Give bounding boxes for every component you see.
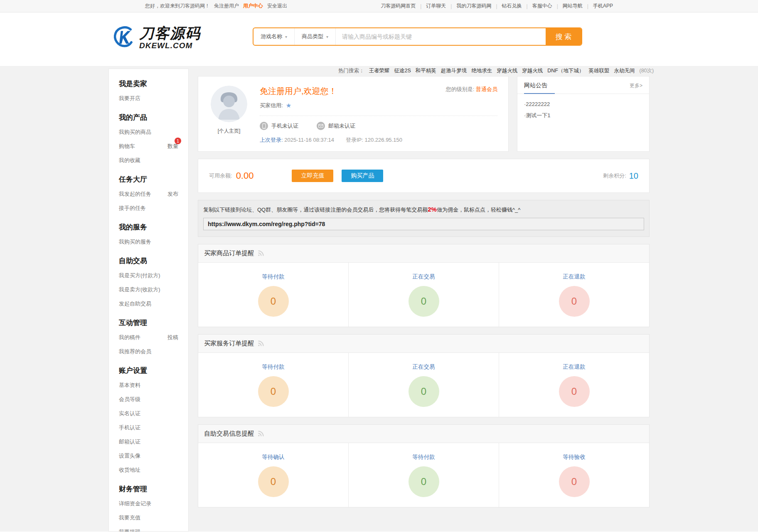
sidebar-item[interactable]: 我要充值 <box>119 511 178 525</box>
topbar-link[interactable]: 订单聊天 <box>426 2 446 10</box>
sidebar-item[interactable]: 发起自助交易 <box>119 297 178 311</box>
sidebar-item[interactable]: 详细资金记录 <box>119 497 178 511</box>
announcement-more-link[interactable]: 更多> <box>630 82 642 89</box>
sidebar-item-label[interactable]: 我发起的任务 <box>119 190 151 198</box>
last-login-label[interactable]: 上次登录: <box>260 137 283 143</box>
hot-search-term[interactable]: 王者荣耀 <box>369 67 390 74</box>
sidebar-item-label[interactable]: 我要开店 <box>119 95 140 102</box>
order-status-link[interactable]: 正在交易 <box>413 273 435 281</box>
sidebar-item-label[interactable]: 会员等级 <box>119 396 140 403</box>
sidebar-item[interactable]: 我是买方(付款方) <box>119 268 178 283</box>
sidebar-item-label[interactable]: 我是买方(付款方) <box>119 272 160 279</box>
announcement-panel: 网站公告 更多> ·22222222·测试一下1 <box>517 76 650 152</box>
sidebar-item[interactable]: 邮箱认证 <box>119 435 178 449</box>
sidebar-item[interactable]: 购物车数量1 <box>119 139 178 153</box>
topbar-link[interactable]: 我的刀客源码网 <box>456 2 491 10</box>
order-status-link[interactable]: 等待付款 <box>262 363 285 371</box>
hot-search-term[interactable]: 穿越火线 <box>522 67 543 74</box>
hot-search-term[interactable]: 绝地求生 <box>471 67 492 74</box>
sidebar-item-label[interactable]: 基本资料 <box>119 382 140 389</box>
user-center-link[interactable]: 用户中心 <box>243 2 263 10</box>
sidebar-item-extra[interactable]: 投稿 <box>167 334 178 341</box>
sidebar-item-label[interactable]: 手机认证 <box>119 424 140 431</box>
order-column: 等待验收0 <box>499 443 649 507</box>
sidebar-item[interactable]: 我是卖方(收款方) <box>119 283 178 297</box>
sidebar-item[interactable]: 我的稿件投稿 <box>119 330 178 345</box>
announcement-item[interactable]: ·22222222 <box>524 99 642 110</box>
search-input[interactable] <box>336 28 546 45</box>
hot-search-term[interactable]: 和平精英 <box>416 67 436 74</box>
sidebar-item[interactable]: 我购买的商品 <box>119 125 178 139</box>
sidebar-item-label[interactable]: 我的收藏 <box>119 157 140 164</box>
type-filter-select[interactable]: 商品类型 ▾ <box>295 28 336 45</box>
sidebar-item-label[interactable]: 我购买的商品 <box>119 128 151 136</box>
hot-search-term[interactable]: 永劫无间 <box>614 67 635 74</box>
logout-link[interactable]: 安全退出 <box>267 2 287 10</box>
sidebar-item-label[interactable]: 发起自助交易 <box>119 300 151 308</box>
email-verify-status[interactable]: 邮箱未认证 <box>317 122 355 130</box>
sidebar-item-label[interactable]: 我购买的服务 <box>119 238 151 246</box>
hot-search-term[interactable]: DNF（地下城） <box>547 67 584 74</box>
announcement-item[interactable]: ·测试一下1 <box>524 110 642 121</box>
sidebar-item[interactable]: 我购买的服务 <box>119 235 178 249</box>
sidebar-item[interactable]: 会员等级 <box>119 392 178 406</box>
sidebar-item-extra[interactable]: 发布 <box>167 190 178 198</box>
sidebar-item-label[interactable]: 我要充值 <box>119 514 140 522</box>
profile-home-link[interactable]: [个人主页] <box>218 128 241 135</box>
sidebar-item-label[interactable]: 邮箱认证 <box>119 438 140 446</box>
game-filter-select[interactable]: 游戏名称 ▾ <box>253 28 295 45</box>
order-status-link[interactable]: 正在交易 <box>413 363 435 371</box>
topbar-link[interactable]: 手机APP <box>593 2 613 10</box>
order-status-link[interactable]: 等待付款 <box>262 273 285 281</box>
site-logo[interactable]: 刀客源码 DKEWL.COM <box>112 25 201 51</box>
hot-search-term[interactable]: 穿越火线 <box>497 67 517 74</box>
chevron-down-icon: ▾ <box>326 34 328 39</box>
order-status-link[interactable]: 正在退款 <box>563 273 586 281</box>
sidebar-item-label[interactable]: 实名认证 <box>119 410 140 417</box>
sidebar-item[interactable]: 我推荐的会员 <box>119 345 178 359</box>
order-columns: 等待确认0等待付款0等待验收0 <box>198 443 649 507</box>
order-status-link[interactable]: 等待确认 <box>262 453 285 461</box>
sidebar-item-label[interactable]: 我推荐的会员 <box>119 348 151 355</box>
sidebar-item[interactable]: 基本资料 <box>119 378 178 392</box>
announcement-title: 网站公告 <box>524 82 547 89</box>
sidebar-item-label[interactable]: 收货地址 <box>119 466 140 474</box>
points-value: 10 <box>629 171 638 181</box>
sidebar-item[interactable]: 接手的任务 <box>119 201 178 215</box>
search-button[interactable]: 搜 索 <box>546 28 581 45</box>
order-status-link[interactable]: 等待验收 <box>563 453 586 461</box>
hot-search-term[interactable]: 超激斗梦境 <box>441 67 467 74</box>
sidebar-item-extra[interactable]: 数量1 <box>167 143 178 150</box>
sidebar-item-label[interactable]: 我的稿件 <box>119 334 140 341</box>
phone-verify-status[interactable]: 手机未认证 <box>260 122 298 130</box>
recharge-button[interactable]: 立即充值 <box>292 170 333 182</box>
hot-search-term[interactable]: 英雄联盟 <box>589 67 610 74</box>
sidebar-item-label[interactable]: 详细资金记录 <box>119 500 151 507</box>
sidebar-item[interactable]: 我的收藏 <box>119 153 178 167</box>
sidebar-item[interactable]: 手机认证 <box>119 421 178 435</box>
avatar[interactable] <box>211 86 247 122</box>
order-status-link[interactable]: 正在退款 <box>563 363 586 371</box>
sidebar-item[interactable]: 实名认证 <box>119 406 178 421</box>
sidebar-item-label[interactable]: 我要提现 <box>119 528 140 532</box>
referral-link-box[interactable]: https://www.dkym.com/reg/reg.php?tid=78 <box>203 218 644 230</box>
sidebar-item-label[interactable]: 接手的任务 <box>119 204 146 212</box>
topbar-link[interactable]: 网站导航 <box>563 2 583 10</box>
sidebar-item[interactable]: 我发起的任务发布 <box>119 187 178 201</box>
topbar-link[interactable]: 钻石兑换 <box>502 2 522 10</box>
buy-products-button[interactable]: 购买产品 <box>342 170 383 182</box>
member-level-link[interactable]: 普通会员 <box>476 86 497 92</box>
sidebar-item[interactable]: 我要开店 <box>119 91 178 106</box>
hot-search-term[interactable]: 征途2S <box>394 67 411 74</box>
order-status-link[interactable]: 等待付款 <box>413 453 435 461</box>
sidebar-item[interactable]: 收货地址 <box>119 463 178 477</box>
sidebar-item-label[interactable]: 设置头像 <box>119 452 140 460</box>
sidebar-item-label[interactable]: 购物车 <box>119 143 135 150</box>
sidebar-item-label[interactable]: 我是卖方(收款方) <box>119 286 160 293</box>
phone-icon <box>260 122 268 130</box>
order-count-circle: 0 <box>258 376 289 407</box>
sidebar-item[interactable]: 我要提现 <box>119 525 178 532</box>
sidebar-item[interactable]: 设置头像 <box>119 449 178 463</box>
topbar-link[interactable]: 刀客源码网首页 <box>381 2 416 10</box>
topbar-link[interactable]: 客服中心 <box>532 2 552 10</box>
